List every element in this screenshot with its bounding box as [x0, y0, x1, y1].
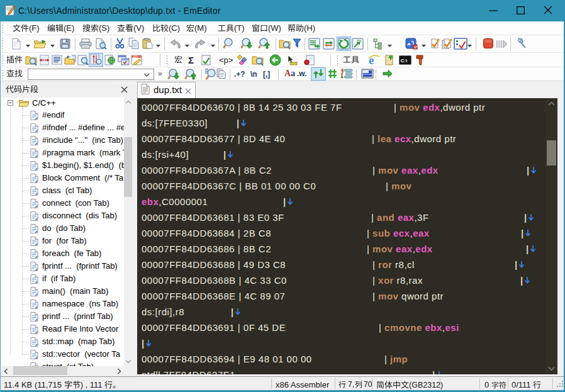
- svg-text:123: 123: [133, 55, 138, 59]
- svg-text:C:\: C:\: [401, 58, 408, 64]
